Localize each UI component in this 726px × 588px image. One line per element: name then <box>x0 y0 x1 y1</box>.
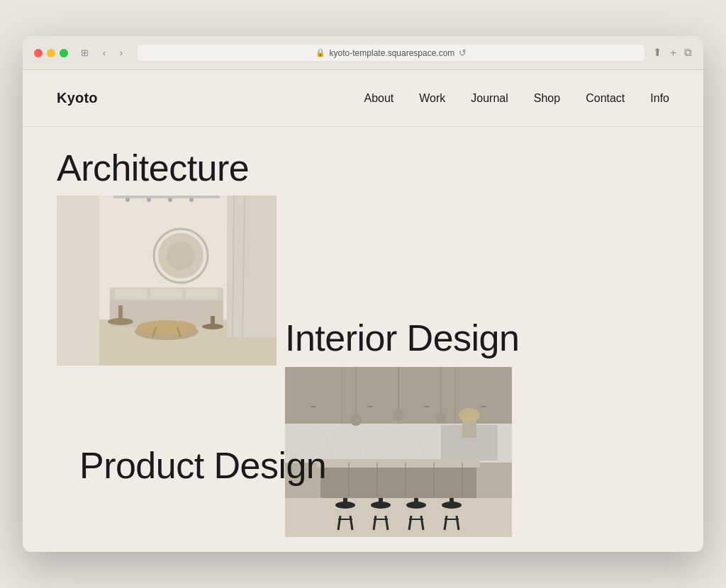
browser-controls: ⊞ ‹ › <box>77 45 129 61</box>
traffic-lights <box>34 49 68 57</box>
site-main: Architecture <box>23 127 703 538</box>
tabs-icon[interactable]: ⧉ <box>684 46 692 60</box>
svg-point-16 <box>137 320 196 334</box>
svg-rect-20 <box>118 305 123 322</box>
nav-work[interactable]: Work <box>419 92 445 105</box>
svg-point-26 <box>168 198 172 202</box>
minimize-button[interactable] <box>47 49 55 57</box>
site-logo[interactable]: Kyoto <box>57 90 98 106</box>
close-button[interactable] <box>34 49 43 57</box>
svg-rect-52 <box>320 463 476 498</box>
svg-rect-38 <box>481 406 486 407</box>
svg-point-49 <box>393 409 404 421</box>
reload-button[interactable]: ↺ <box>459 47 467 58</box>
nav-about[interactable]: About <box>364 92 393 105</box>
svg-point-45 <box>459 408 480 422</box>
svg-rect-4 <box>227 196 277 337</box>
svg-point-27 <box>189 198 194 202</box>
site-content: Kyoto About Work Journal Shop Contact In… <box>23 70 703 552</box>
lock-icon: 🔒 <box>315 48 325 57</box>
svg-rect-13 <box>150 289 182 299</box>
svg-point-24 <box>125 198 130 202</box>
sidebar-toggle-button[interactable]: ⊞ <box>77 45 92 61</box>
site-header: Kyoto About Work Journal Shop Contact In… <box>23 70 703 127</box>
product-design-label: Product Design <box>79 446 326 486</box>
nav-shop[interactable]: Shop <box>534 92 560 105</box>
svg-point-47 <box>350 414 362 426</box>
svg-rect-3 <box>57 196 99 366</box>
svg-rect-14 <box>186 289 218 299</box>
back-button[interactable]: ‹ <box>96 45 112 61</box>
address-bar[interactable]: 🔒 kyoto-template.squarespace.com ↺ <box>138 45 644 61</box>
architecture-label: Architecture <box>57 148 277 188</box>
svg-rect-12 <box>115 289 147 299</box>
nav-contact[interactable]: Contact <box>586 92 625 105</box>
svg-rect-60 <box>343 498 347 507</box>
svg-rect-37 <box>424 406 430 407</box>
svg-point-25 <box>147 198 151 202</box>
new-tab-icon[interactable]: ＋ <box>668 46 678 60</box>
svg-rect-75 <box>449 498 454 507</box>
category-architecture[interactable]: Architecture <box>57 148 277 366</box>
interior-design-label: Interior Design <box>285 318 519 358</box>
share-icon[interactable]: ⬆ <box>653 46 662 60</box>
svg-point-51 <box>435 412 447 424</box>
category-interior[interactable]: Interior Design <box>285 318 519 537</box>
nav-arrows: ‹ › <box>96 45 129 61</box>
nav-info[interactable]: Info <box>650 92 669 105</box>
svg-rect-29 <box>285 494 512 537</box>
browser-actions: ⬆ ＋ ⧉ <box>653 46 692 60</box>
site-nav: About Work Journal Shop Contact Info <box>364 92 669 105</box>
browser-chrome: ⊞ ‹ › 🔒 kyoto-template.squarespace.com ↺… <box>23 36 703 70</box>
svg-rect-22 <box>211 316 215 327</box>
forward-button[interactable]: › <box>113 45 129 61</box>
svg-point-9 <box>167 242 195 270</box>
svg-rect-65 <box>379 498 383 507</box>
svg-rect-70 <box>414 498 418 507</box>
architecture-image[interactable] <box>57 196 277 366</box>
url-text: kyoto-template.squarespace.com <box>330 48 455 58</box>
browser-window: ⊞ ‹ › 🔒 kyoto-template.squarespace.com ↺… <box>23 36 703 552</box>
nav-journal[interactable]: Journal <box>471 92 508 105</box>
svg-rect-36 <box>367 406 373 407</box>
maximize-button[interactable] <box>60 49 68 57</box>
svg-rect-35 <box>311 406 316 407</box>
svg-rect-53 <box>317 459 480 468</box>
category-product[interactable]: Product Design <box>79 446 326 486</box>
svg-rect-23 <box>113 196 220 198</box>
